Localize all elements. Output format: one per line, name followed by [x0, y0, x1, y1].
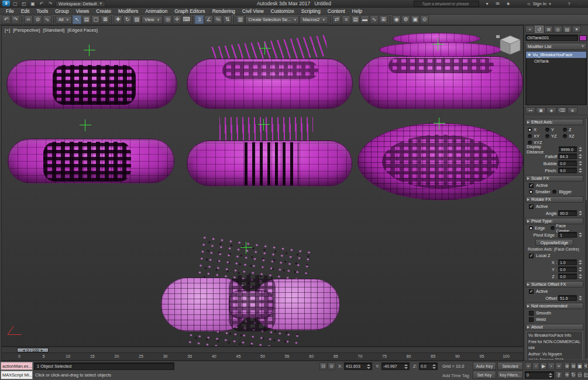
weld-checkbox[interactable]: [529, 317, 534, 322]
spinner-icon[interactable]: [578, 153, 582, 159]
oiltank-object-5[interactable]: [187, 141, 352, 186]
axis-option-y[interactable]: Y: [545, 126, 563, 132]
spinner-icon[interactable]: [578, 160, 582, 166]
menu-animation[interactable]: Animation: [142, 8, 171, 15]
rotate-fx-section[interactable]: Rotate FX: [525, 196, 583, 203]
scale-smaller-radio[interactable]: [529, 190, 533, 194]
scale-fx-section[interactable]: Scale FX: [525, 175, 583, 182]
axis-radio-x[interactable]: [528, 128, 532, 132]
spinner-icon[interactable]: [578, 232, 582, 238]
key-filters-button[interactable]: Key Filters...: [497, 371, 523, 379]
percent-snap-icon[interactable]: %: [214, 15, 222, 24]
reference-coordinate-dropdown[interactable]: View▼: [142, 16, 163, 24]
pivot-face-centre-radio[interactable]: [551, 226, 555, 230]
save-file-icon[interactable]: ▣: [29, 1, 36, 7]
pivot-edge-field[interactable]: 1: [558, 232, 577, 238]
menu-create[interactable]: Create: [92, 8, 115, 15]
tab-hierarchy-icon[interactable]: ⊞: [544, 26, 553, 33]
pivot-type-section[interactable]: Pivot Type:: [525, 218, 583, 224]
viewport-menu-general[interactable]: [+]: [5, 28, 10, 33]
object-name-field[interactable]: OilTank001: [525, 35, 578, 41]
axis-radio-xy[interactable]: [528, 134, 532, 138]
tab-modify-icon[interactable]: ↺: [535, 26, 544, 33]
use-pivot-center-icon[interactable]: ◎: [163, 15, 172, 24]
menu-tools[interactable]: Tools: [33, 8, 51, 15]
view-cube[interactable]: [496, 34, 523, 57]
key-mode-toggle-icon[interactable]: ⚷: [555, 371, 562, 379]
macro-recorder-field[interactable]: actionMan.ex...: [1, 362, 33, 370]
selection-lock-icon[interactable]: ⊙: [328, 362, 335, 370]
panel-scrollbar[interactable]: [585, 118, 587, 358]
modifier-list-dropdown[interactable]: Modifier List▼: [525, 43, 587, 50]
spinner-icon[interactable]: [578, 259, 582, 265]
offset-field[interactable]: 51.6: [558, 295, 577, 301]
menu-customize[interactable]: Customize: [267, 8, 298, 15]
go-to-start-icon[interactable]: «: [525, 362, 532, 370]
redo-quick-icon[interactable]: ↷: [47, 1, 54, 7]
edit-named-selections-icon[interactable]: ▥: [236, 15, 245, 24]
viewport-menu-shading[interactable]: [Edged Faces]: [67, 28, 98, 33]
oiltank-object-3[interactable]: [359, 56, 523, 109]
menu-graph-editors[interactable]: Graph Editors: [171, 8, 208, 15]
axis-y-field[interactable]: 0.0: [558, 266, 577, 272]
search-go-icon[interactable]: ▾: [483, 1, 491, 7]
redo-icon[interactable]: ↷: [11, 15, 20, 24]
tab-create-icon[interactable]: +: [525, 26, 534, 33]
menu-scripting[interactable]: Scripting: [298, 8, 324, 15]
y-coord-field[interactable]: -40.967: [381, 362, 410, 370]
surface-offset-section[interactable]: Surface Offset FX: [525, 281, 583, 287]
zoom-extents-icon[interactable]: ▣: [577, 362, 583, 370]
favorites-icon[interactable]: ★: [504, 1, 512, 7]
select-by-name-icon[interactable]: ▤: [82, 15, 91, 24]
unlink-selection-icon[interactable]: ⊘: [33, 15, 42, 24]
render-setup-icon[interactable]: ⚙: [401, 15, 410, 24]
axis-option-x[interactable]: X: [528, 126, 545, 132]
tab-display-icon[interactable]: ▤: [563, 26, 572, 33]
workspace-dropdown[interactable]: Workspace: Default▼: [56, 1, 105, 7]
oiltank-object-1[interactable]: [6, 60, 177, 109]
undo-icon[interactable]: ↶: [2, 15, 11, 24]
fov-icon[interactable]: ∢: [583, 362, 587, 370]
axis-option-z[interactable]: Z: [563, 126, 580, 132]
select-and-link-icon[interactable]: ∞: [24, 15, 33, 24]
viewport-menu-renderer[interactable]: [Standard]: [43, 28, 64, 33]
show-end-result-icon[interactable]: ▣: [536, 107, 546, 114]
frame-back-icon[interactable]: ◀: [22, 348, 25, 352]
isolate-selection-icon[interactable]: ⊡: [319, 362, 327, 370]
menu-modifiers[interactable]: Modifiers: [115, 8, 142, 15]
tab-motion-icon[interactable]: ◎: [553, 26, 562, 33]
display-distance-field[interactable]: 9999.0: [559, 146, 577, 152]
current-frame-field[interactable]: 0: [525, 371, 554, 379]
spinner-icon[interactable]: [578, 295, 582, 301]
selected-set-dropdown[interactable]: Selected: [497, 362, 523, 370]
zoom-all-icon[interactable]: ⊞: [570, 362, 576, 370]
axis-option-xz[interactable]: XZ: [563, 133, 580, 139]
remove-modifier-icon[interactable]: ⌫: [557, 107, 567, 114]
maxscript-listener-field[interactable]: MAXScript Mi...: [1, 371, 33, 379]
macros-dropdown[interactable]: Macros2▼: [300, 16, 328, 24]
tab-utilities-icon[interactable]: ✶: [572, 26, 581, 33]
undo-quick-icon[interactable]: ↶: [38, 1, 45, 7]
auto-key-button[interactable]: Auto Key: [473, 362, 496, 370]
x-coord-field[interactable]: 411.603: [344, 362, 372, 370]
axis-radio-yz[interactable]: [545, 134, 549, 138]
spinner-icon[interactable]: [578, 146, 582, 152]
window-crossing-icon[interactable]: ⊠: [101, 15, 109, 24]
pan-icon[interactable]: ✛: [564, 371, 570, 379]
open-file-icon[interactable]: ◰: [20, 1, 27, 7]
pin-stack-icon[interactable]: ⊶: [525, 107, 535, 114]
add-time-tag[interactable]: Add Time Tag: [442, 373, 469, 378]
angle-snap-icon[interactable]: ∠: [204, 15, 213, 24]
time-slider[interactable]: ◀ 0 / 100 ▶: [1, 347, 524, 353]
help-icon[interactable]: ?: [565, 1, 573, 7]
menu-views[interactable]: Views: [73, 8, 93, 15]
rendered-frame-window-icon[interactable]: ▣: [411, 15, 419, 24]
keyboard-override-icon[interactable]: ⌨: [182, 15, 191, 24]
play-animation-icon[interactable]: ▶: [540, 362, 547, 370]
set-key-button[interactable]: Set Key: [473, 371, 496, 379]
curve-editor-icon[interactable]: ∿: [370, 15, 379, 24]
scale-active-checkbox[interactable]: [529, 183, 534, 188]
zoom-icon[interactable]: ⊕: [564, 362, 570, 370]
pinch-field[interactable]: 9.0: [558, 167, 577, 173]
spinner-icon[interactable]: [366, 364, 370, 369]
